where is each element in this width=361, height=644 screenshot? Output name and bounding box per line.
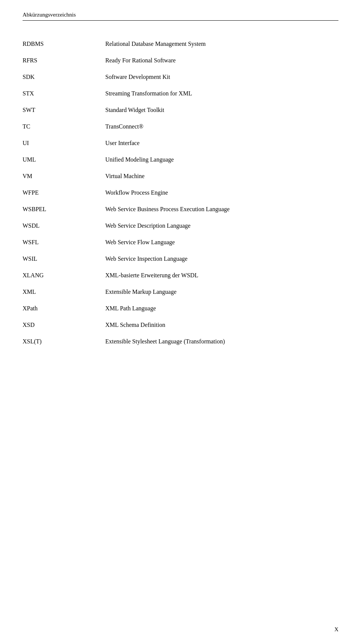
full-text: Relational Database Management System [105,36,338,52]
table-row: TCTransConnect® [23,118,338,135]
full-text: Standard Widget Toolkit [105,102,338,118]
abbreviation: WFPE [23,184,105,201]
abbreviation: WSBPEL [23,201,105,218]
page-number: X [334,626,338,632]
abbreviation: XPath [23,300,105,317]
abbreviation: SDK [23,69,105,85]
full-text: Extensible Stylesheet Language (Transfor… [105,333,338,350]
full-text: TransConnect® [105,118,338,135]
full-text: Workflow Process Engine [105,184,338,201]
full-text: Web Service Flow Language [105,234,338,251]
page-header: Abkürzungsverzeichnis [23,11,338,21]
abbreviation: XLANG [23,267,105,284]
table-row: XSDXML Schema Definition [23,317,338,333]
table-row: VMVirtual Machine [23,168,338,184]
abbreviation: WSIL [23,251,105,267]
abbreviation-table: RDBMSRelational Database Management Syst… [23,36,338,350]
full-text: Ready For Rational Software [105,52,338,69]
table-row: WSILWeb Service Inspection Language [23,251,338,267]
full-text: Web Service Business Process Execution L… [105,201,338,218]
table-row: XPathXML Path Language [23,300,338,317]
table-row: WSFLWeb Service Flow Language [23,234,338,251]
abbreviation: XSL(T) [23,333,105,350]
full-text: Software Development Kit [105,69,338,85]
table-row: WSDLWeb Service Description Language [23,218,338,234]
full-text: User Interface [105,135,338,151]
table-row: RFRSReady For Rational Software [23,52,338,69]
full-text: Web Service Inspection Language [105,251,338,267]
table-row: SDKSoftware Development Kit [23,69,338,85]
abbreviation: WSDL [23,218,105,234]
full-text: Virtual Machine [105,168,338,184]
abbreviation: VM [23,168,105,184]
abbreviation: STX [23,85,105,102]
table-row: WSBPELWeb Service Business Process Execu… [23,201,338,218]
header-title: Abkürzungsverzeichnis [23,12,76,18]
full-text: Web Service Description Language [105,218,338,234]
abbreviation: WSFL [23,234,105,251]
table-row: UIUser Interface [23,135,338,151]
full-text: Extensible Markup Language [105,284,338,300]
abbreviation: XSD [23,317,105,333]
abbreviation: UI [23,135,105,151]
full-text: Unified Modeling Language [105,151,338,168]
abbreviation: RDBMS [23,36,105,52]
full-text: XML Path Language [105,300,338,317]
table-row: XSL(T)Extensible Stylesheet Language (Tr… [23,333,338,350]
table-row: WFPEWorkflow Process Engine [23,184,338,201]
table-row: SWTStandard Widget Toolkit [23,102,338,118]
table-row: XLANGXML-basierte Erweiterung der WSDL [23,267,338,284]
abbreviation: SWT [23,102,105,118]
abbreviation: TC [23,118,105,135]
full-text: XML-basierte Erweiterung der WSDL [105,267,338,284]
abbreviation: XML [23,284,105,300]
abbreviation: UML [23,151,105,168]
full-text: XML Schema Definition [105,317,338,333]
table-row: UMLUnified Modeling Language [23,151,338,168]
full-text: Streaming Transformation for XML [105,85,338,102]
page: Abkürzungsverzeichnis RDBMSRelational Da… [0,0,361,644]
abbreviation: RFRS [23,52,105,69]
table-row: XMLExtensible Markup Language [23,284,338,300]
page-footer: X [334,626,338,633]
table-row: RDBMSRelational Database Management Syst… [23,36,338,52]
table-row: STXStreaming Transformation for XML [23,85,338,102]
